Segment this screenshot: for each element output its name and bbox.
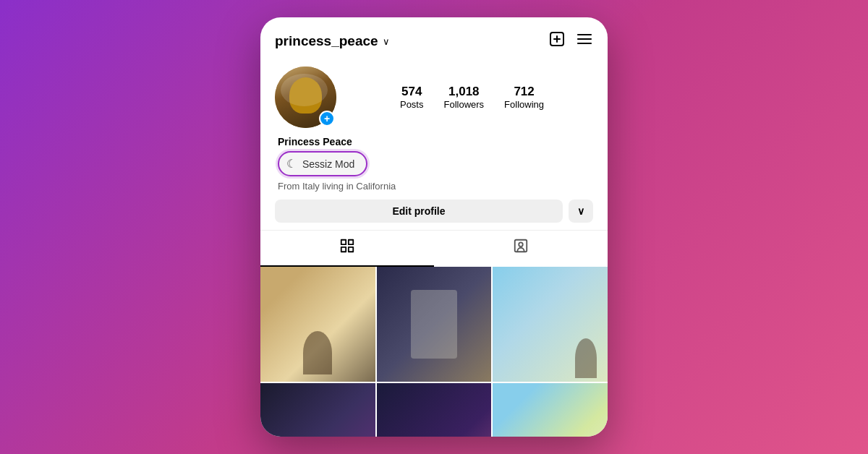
avatar-wrapper: + xyxy=(275,67,336,128)
header: princess_peace ∨ xyxy=(260,17,608,59)
grid-cell-2[interactable] xyxy=(377,267,492,382)
bio-text: From Italy living in California xyxy=(278,181,396,192)
action-row: Edit profile ∨ xyxy=(275,200,593,223)
svg-rect-8 xyxy=(341,247,346,252)
svg-rect-7 xyxy=(349,240,353,244)
header-icons xyxy=(548,30,593,52)
svg-point-11 xyxy=(519,242,523,247)
followers-count: 1,018 xyxy=(448,85,480,99)
posts-count: 574 xyxy=(401,85,422,99)
tab-row xyxy=(260,230,608,267)
followers-stat[interactable]: 1,018 Followers xyxy=(443,85,484,110)
username-row: princess_peace ∨ xyxy=(275,33,390,49)
phone-frame: princess_peace ∨ xyxy=(260,17,608,437)
sessiz-mod-label: Sessiz Mod xyxy=(302,158,354,170)
edit-profile-button[interactable]: Edit profile xyxy=(275,200,563,223)
grid-cell-3[interactable] xyxy=(493,267,608,382)
username: princess_peace xyxy=(275,33,378,49)
image-grid xyxy=(260,267,608,437)
grid-cell-1[interactable] xyxy=(260,267,375,382)
tab-tagged[interactable] xyxy=(434,231,608,267)
followers-label: Followers xyxy=(443,99,484,110)
bio-section: Princess Peace ☾ Sessiz Mod From Italy l… xyxy=(275,135,593,192)
display-name: Princess Peace xyxy=(278,136,352,147)
add-story-button[interactable]: + xyxy=(319,111,335,127)
stats-row: 574 Posts 1,018 Followers 712 Following xyxy=(351,85,593,110)
tagged-icon xyxy=(513,238,529,258)
username-chevron-icon[interactable]: ∨ xyxy=(383,36,390,47)
grid-cell-6[interactable] xyxy=(493,383,608,437)
grid-cell-4[interactable] xyxy=(260,383,375,437)
grid-cell-5[interactable] xyxy=(377,383,492,437)
menu-icon[interactable] xyxy=(576,30,593,52)
tab-grid[interactable] xyxy=(260,231,434,267)
posts-stat[interactable]: 574 Posts xyxy=(400,85,424,110)
posts-label: Posts xyxy=(400,99,424,110)
profile-section: + 574 Posts 1,018 Followers 712 Followin… xyxy=(260,59,608,227)
grid-icon xyxy=(339,238,355,258)
following-label: Following xyxy=(504,99,544,110)
profile-top: + 574 Posts 1,018 Followers 712 Followin… xyxy=(275,67,593,128)
add-post-icon[interactable] xyxy=(548,30,566,52)
moon-icon: ☾ xyxy=(286,157,297,171)
grid-container xyxy=(260,267,608,437)
following-count: 712 xyxy=(514,85,534,99)
profile-dropdown-button[interactable]: ∨ xyxy=(569,200,593,223)
following-stat[interactable]: 712 Following xyxy=(504,85,544,110)
svg-rect-9 xyxy=(349,247,353,252)
svg-rect-6 xyxy=(341,240,346,244)
sessiz-mod-pill[interactable]: ☾ Sessiz Mod xyxy=(278,151,367,176)
sessiz-mod-row: ☾ Sessiz Mod xyxy=(278,151,590,176)
